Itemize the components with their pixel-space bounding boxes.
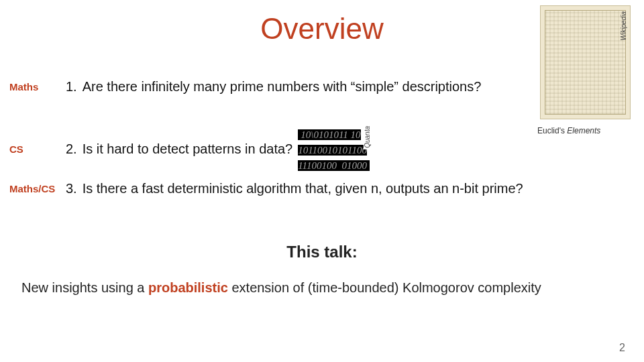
question-3: 3. Is there a fast deterministic algorit… (66, 181, 635, 196)
tag-cs: CS (9, 143, 66, 155)
q1-num: 1. (66, 79, 77, 95)
question-row-3: Maths/CS 3. Is there a fast deterministi… (9, 181, 635, 196)
image-source-label: Wikipedia (620, 11, 627, 40)
talk-post: extension of (time-bounded) Kolmogorov c… (228, 280, 541, 295)
tag-maths-cs: Maths/CS (9, 183, 66, 194)
q2-num: 2. (66, 141, 77, 157)
tag-maths: Maths (9, 81, 66, 93)
talk-pre: New insights using a (21, 280, 148, 295)
talk-emph: probabilistic (148, 280, 228, 295)
question-1: 1. Are there infinitely many prime numbe… (66, 79, 635, 95)
question-2: 2. Is it hard to detect patterns in data… (66, 126, 635, 172)
question-row-1: Maths 1. Are there infinitely many prime… (9, 79, 635, 95)
euclid-image-inner (545, 10, 626, 115)
q3-text: Is there a fast deterministic algorithm … (83, 181, 523, 196)
this-talk-label: This talk: (0, 243, 644, 261)
q1-text: Are there infinitely many prime numbers … (83, 79, 482, 95)
q2-text: Is it hard to detect patterns in data? (83, 141, 293, 157)
euclid-image: Wikipedia (540, 5, 631, 119)
binary-source-label: Quanta (364, 125, 371, 149)
question-row-2: CS 2. Is it hard to detect patterns in d… (9, 126, 635, 172)
page-number: 2 (619, 342, 625, 354)
this-talk-text: New insights using a probabilistic exten… (21, 280, 623, 296)
q3-num: 3. (66, 181, 77, 196)
binary-pattern-wrap: 10\0101011 10 10110010101100 11100100 01… (298, 126, 370, 172)
binary-pattern-image: 10\0101011 10 10110010101100 11100100 01… (298, 129, 370, 171)
